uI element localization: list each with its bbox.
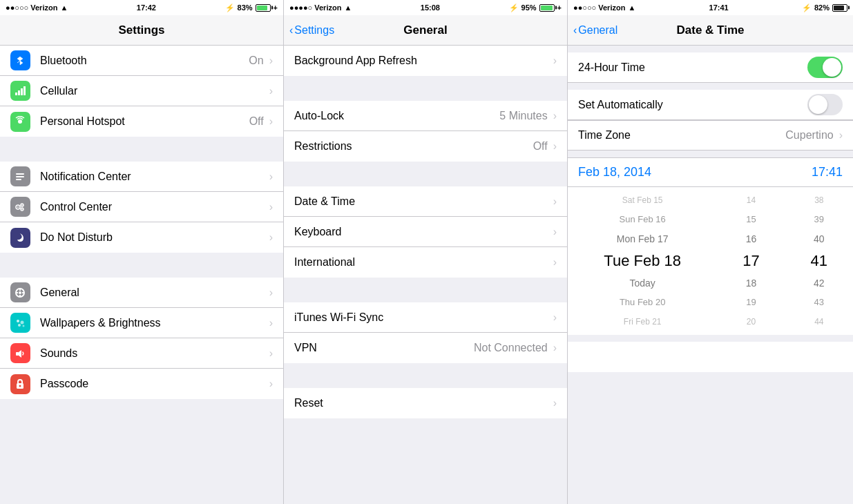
row-control-center[interactable]: Control Center ›	[0, 192, 283, 222]
row-do-not-disturb[interactable]: Do Not Disturb ›	[0, 222, 283, 253]
control-icon-wrap	[0, 197, 40, 217]
battery-3	[832, 4, 847, 12]
datetime-panel: ●●○○○ Verizon ▲ 17:41 ⚡ 82% ‹ General Da…	[568, 0, 853, 504]
notif-chevron: ›	[269, 171, 273, 183]
sep-g2	[284, 162, 567, 186]
status-left-1: ●●○○○ Verizon ▲	[6, 3, 68, 12]
picker-hour-5: 19	[717, 293, 785, 312]
picker-min-2: 40	[785, 229, 853, 249]
row-autolock[interactable]: Auto-Lock 5 Minutes ›	[284, 101, 567, 131]
picker-time-display[interactable]: 17:41	[812, 165, 843, 180]
general-panel: ●●●●○ Verizon ▲ 15:08 ⚡ 95% + ‹ Settings…	[284, 0, 568, 504]
row-wallpaper[interactable]: Wallpapers & Brightness ›	[0, 308, 283, 338]
row-reset[interactable]: Reset ›	[284, 388, 567, 418]
datetime-content[interactable]: 24-Hour Time Set Automatically Time Zone…	[568, 46, 853, 504]
picker-hour-4: 18	[717, 273, 785, 293]
row-24hour[interactable]: 24-Hour Time	[568, 52, 853, 83]
back-to-general[interactable]: ‹ General	[573, 24, 617, 37]
picker-col-day: Sat Feb 15 Sun Feb 16 Mon Feb 17 Tue Feb…	[568, 191, 717, 331]
row-international[interactable]: International ›	[284, 247, 567, 278]
row-vpn[interactable]: VPN Not Connected ›	[284, 333, 567, 363]
24hour-toggle[interactable]	[807, 57, 843, 78]
general-nav-title: General	[403, 23, 447, 37]
general-list[interactable]: Background App Refresh › Auto-Lock 5 Min…	[284, 46, 567, 504]
vpn-value: Not Connected	[474, 342, 548, 354]
battery-fill-3	[834, 6, 844, 10]
datetime-picker[interactable]: Sat Feb 15 Sun Feb 16 Mon Feb 17 Tue Feb…	[568, 187, 853, 335]
row-notification-center[interactable]: Notification Center ›	[0, 162, 283, 192]
picker-day-3: Tue Feb 18	[568, 249, 717, 273]
row-timezone[interactable]: Time Zone Cupertino ›	[568, 120, 853, 151]
bluetooth-icon-wrap	[0, 50, 40, 70]
row-cellular[interactable]: Cellular ›	[0, 76, 283, 106]
picker-date-display[interactable]: Feb 18, 2014	[578, 165, 651, 180]
picker-day-5: Thu Feb 20	[568, 293, 717, 312]
picker-hour-3: 17	[717, 249, 785, 273]
sep-g3	[284, 278, 567, 302]
row-hotspot[interactable]: Personal Hotspot Off ›	[0, 106, 283, 137]
set-auto-toggle[interactable]	[807, 94, 843, 115]
svg-point-15	[19, 291, 21, 294]
nav-bar-settings: Settings	[0, 15, 283, 46]
control-label: Control Center	[40, 201, 269, 213]
svg-point-20	[17, 320, 19, 322]
general-chevron: ›	[269, 287, 273, 299]
row-itunes-sync[interactable]: iTunes Wi-Fi Sync ›	[284, 302, 567, 333]
svg-point-9	[17, 206, 19, 208]
restrictions-chevron: ›	[553, 140, 557, 153]
svg-rect-5	[16, 173, 24, 175]
sounds-icon	[10, 343, 30, 363]
settings-list[interactable]: Bluetooth On › Cellular ›	[0, 46, 283, 504]
timezone-label: Time Zone	[578, 129, 785, 142]
hotspot-icon-wrap	[0, 112, 40, 132]
battery-fill-1	[257, 6, 267, 10]
section-bg-refresh: Background App Refresh ›	[284, 46, 567, 76]
row-keyboard[interactable]: Keyboard ›	[284, 217, 567, 247]
general-icon-wrap	[0, 282, 40, 302]
back-to-settings[interactable]: ‹ Settings	[289, 24, 334, 37]
datetime-label: Date & Time	[294, 195, 553, 208]
picker-min-4: 42	[785, 273, 853, 293]
reset-label: Reset	[294, 397, 553, 409]
status-left-2: ●●●●○ Verizon ▲	[289, 3, 352, 12]
svg-rect-2	[21, 88, 23, 95]
reset-chevron: ›	[553, 397, 557, 409]
hotspot-icon	[10, 112, 30, 132]
cellular-label: Cellular	[40, 85, 269, 97]
row-bg-refresh[interactable]: Background App Refresh ›	[284, 46, 567, 76]
row-bluetooth[interactable]: Bluetooth On ›	[0, 46, 283, 76]
svg-rect-17	[19, 295, 21, 297]
svg-point-23	[23, 324, 25, 327]
set-auto-label: Set Automatically	[578, 99, 807, 111]
battery-pct-2: 95%	[521, 3, 537, 12]
svg-rect-3	[23, 86, 26, 95]
control-chevron: ›	[269, 201, 273, 213]
autolock-value: 5 Minutes	[499, 110, 547, 122]
picker-min-1: 39	[785, 210, 853, 229]
row-sounds[interactable]: Sounds ›	[0, 338, 283, 369]
picker-min-6: 44	[785, 312, 853, 331]
wallpaper-label: Wallpapers & Brightness	[40, 317, 269, 329]
restrictions-label: Restrictions	[294, 140, 533, 153]
international-label: International	[294, 256, 553, 269]
picker-col-min: 38 39 40 41 42 43 44	[785, 191, 853, 331]
passcode-icon-wrap	[0, 374, 40, 394]
row-general[interactable]: General ›	[0, 278, 283, 308]
sep-g1	[284, 76, 567, 101]
row-passcode[interactable]: Passcode ›	[0, 369, 283, 399]
sounds-label: Sounds	[40, 347, 269, 360]
row-restrictions[interactable]: Restrictions Off ›	[284, 131, 567, 162]
picker-hour-2: 16	[717, 229, 785, 249]
keyboard-chevron: ›	[553, 226, 557, 238]
row-set-auto[interactable]: Set Automatically	[568, 90, 853, 120]
battery-pct-3: 82%	[814, 3, 830, 12]
back-chevron-2: ‹	[573, 24, 577, 37]
wallpaper-chevron: ›	[269, 317, 273, 329]
svg-point-21	[21, 320, 24, 324]
general-label: General	[40, 287, 269, 299]
picker-header: Feb 18, 2014 17:41	[568, 157, 853, 187]
sounds-icon-wrap	[0, 343, 40, 363]
settings-title: Settings	[118, 23, 164, 37]
row-datetime[interactable]: Date & Time ›	[284, 186, 567, 217]
passcode-icon	[10, 374, 30, 394]
